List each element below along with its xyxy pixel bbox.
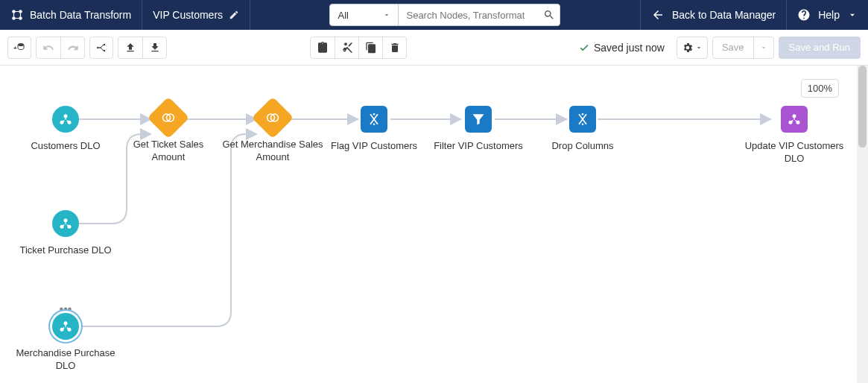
source-icon bbox=[58, 112, 73, 127]
save-status: Saved just now bbox=[579, 42, 665, 54]
svg-point-5 bbox=[18, 43, 24, 46]
help-icon bbox=[797, 8, 811, 22]
clipboard-icon bbox=[317, 42, 329, 54]
caret-down-icon bbox=[383, 11, 390, 19]
join-icon bbox=[265, 110, 280, 125]
edit-icon[interactable] bbox=[229, 10, 239, 20]
transform-name[interactable]: VIP Customers bbox=[142, 0, 250, 30]
back-button[interactable]: Back to Data Manager bbox=[641, 0, 787, 30]
app-title: Batch Data Transform bbox=[0, 0, 142, 30]
undo-icon bbox=[42, 42, 54, 54]
search-filter-dropdown[interactable]: All bbox=[330, 4, 399, 25]
transform-icon bbox=[10, 8, 24, 22]
delete-button[interactable] bbox=[382, 37, 406, 58]
join-icon bbox=[161, 110, 176, 125]
caret-down-icon bbox=[760, 44, 767, 51]
undo-button[interactable] bbox=[37, 37, 60, 58]
node-merch-purchase-dlo[interactable]: ••• Merchandise Purchase DLO bbox=[13, 313, 118, 373]
node-filter-vip[interactable]: Filter VIP Customers bbox=[426, 106, 530, 153]
node-drop-columns[interactable]: Drop Columns bbox=[530, 106, 635, 153]
svg-point-18 bbox=[582, 113, 584, 115]
node-ticket-purchase-dlo[interactable]: Ticket Purchase DLO bbox=[13, 210, 118, 257]
layout-button[interactable] bbox=[89, 37, 113, 59]
svg-point-19 bbox=[582, 123, 584, 125]
svg-point-3 bbox=[19, 16, 22, 20]
copy-button[interactable] bbox=[358, 37, 382, 58]
arrow-left-icon bbox=[651, 8, 665, 22]
settings-button[interactable] bbox=[677, 37, 708, 59]
download-icon bbox=[149, 42, 161, 54]
node-get-ticket-sales[interactable]: Get Ticket Sales Amount bbox=[116, 104, 221, 164]
output-icon bbox=[787, 112, 802, 127]
save-split-button[interactable]: Save bbox=[712, 37, 774, 59]
svg-point-1 bbox=[19, 10, 22, 13]
vertical-scrollbar[interactable] bbox=[857, 66, 868, 383]
redo-icon bbox=[67, 42, 79, 54]
node-get-merch-sales[interactable]: Get Merchandise Sales Amount bbox=[221, 104, 325, 164]
svg-point-0 bbox=[12, 10, 16, 13]
redo-button[interactable] bbox=[60, 37, 84, 58]
filter-icon bbox=[471, 112, 486, 127]
svg-point-2 bbox=[12, 16, 16, 20]
gear-icon bbox=[682, 42, 694, 54]
export-button[interactable] bbox=[118, 37, 142, 58]
transform-icon bbox=[575, 112, 590, 127]
svg-point-20 bbox=[793, 114, 796, 118]
svg-point-26 bbox=[64, 321, 68, 325]
save-and-run-button[interactable]: Save and Run bbox=[779, 37, 861, 59]
svg-point-16 bbox=[373, 113, 376, 115]
svg-point-9 bbox=[64, 114, 68, 118]
cut-button[interactable] bbox=[335, 37, 358, 58]
import-button[interactable] bbox=[142, 37, 166, 58]
layout-icon bbox=[95, 42, 107, 54]
svg-point-7 bbox=[104, 43, 106, 45]
copy-icon bbox=[365, 42, 377, 54]
caret-down-icon bbox=[695, 42, 703, 54]
svg-point-23 bbox=[64, 218, 68, 222]
database-plus-icon: + bbox=[13, 42, 25, 54]
formula-icon bbox=[367, 112, 381, 127]
search-input[interactable] bbox=[399, 4, 560, 25]
cut-icon bbox=[341, 42, 353, 54]
chevron-down-icon bbox=[847, 10, 858, 20]
node-flag-vip[interactable]: Flag VIP Customers bbox=[322, 106, 426, 153]
upload-icon bbox=[124, 42, 136, 54]
search-icon[interactable] bbox=[543, 9, 555, 21]
zoom-level[interactable]: 100% bbox=[801, 79, 839, 98]
node-customers-dlo[interactable]: Customers DLO bbox=[13, 106, 118, 153]
check-icon bbox=[579, 42, 589, 53]
source-icon bbox=[58, 216, 73, 231]
node-update-vip-output[interactable]: Update VIP Customers DLO bbox=[742, 106, 846, 165]
help-button[interactable]: Help bbox=[787, 0, 868, 30]
add-source-button[interactable]: + bbox=[7, 37, 31, 59]
svg-text:+: + bbox=[13, 44, 17, 51]
trash-icon bbox=[389, 42, 401, 54]
clipboard-button[interactable] bbox=[311, 37, 335, 58]
source-icon bbox=[58, 319, 73, 334]
svg-point-6 bbox=[97, 46, 99, 48]
svg-point-8 bbox=[104, 49, 106, 51]
svg-point-17 bbox=[373, 123, 376, 125]
